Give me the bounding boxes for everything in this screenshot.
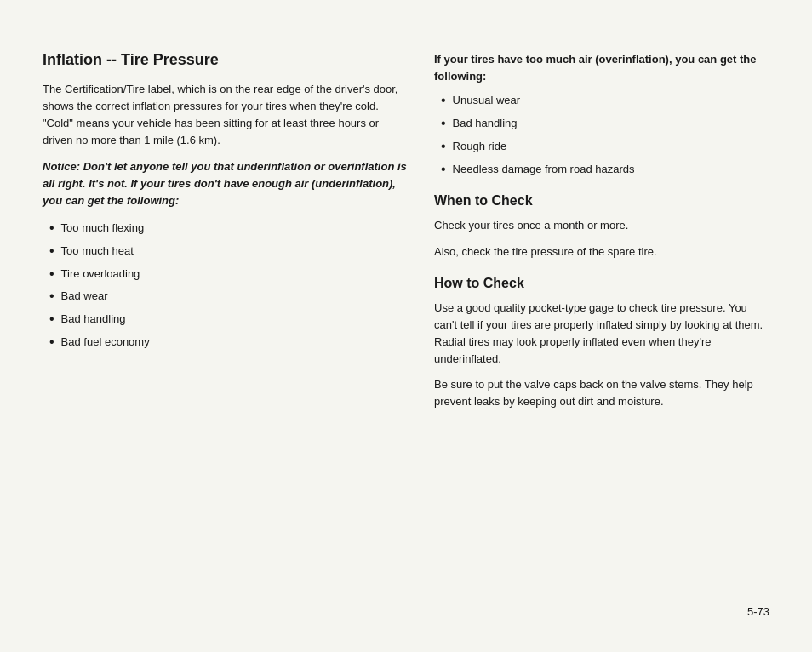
footer-divider [43,598,769,598]
left-column: Inflation -- Tire Pressure The Certifica… [43,51,409,598]
right-column: If your tires have too much air (overinf… [434,51,769,598]
list-item: Needless damage from road hazards [441,161,769,179]
how-to-check-text2: Be sure to put the valve caps back on th… [434,376,769,410]
main-title: Inflation -- Tire Pressure [43,51,409,69]
list-item: Bad handling [49,311,409,329]
footer-area: 5-73 [43,605,769,618]
overinflation-intro: If your tires have too much air (overinf… [434,51,769,85]
list-item: Bad fuel economy [49,334,409,352]
list-item: Too much flexing [49,220,409,237]
underinflation-list: Too much flexing Too much heat Tire over… [49,220,409,352]
notice-paragraph: Notice: Don't let anyone tell you that u… [43,158,409,209]
list-item: Bad handling [441,115,769,133]
content-area: Inflation -- Tire Pressure The Certifica… [43,51,769,598]
when-to-check-text2: Also, check the tire pressure of the spa… [434,243,769,260]
how-to-check-text1: Use a good quality pocket-type gage to c… [434,300,769,369]
how-to-check-title: How to Check [434,276,769,291]
when-to-check-title: When to Check [434,193,769,209]
list-item: Unusual wear [441,92,769,110]
list-item: Rough ride [441,138,769,156]
intro-paragraph: The Certification/Tire label, which is o… [43,81,409,150]
page-container: Inflation -- Tire Pressure The Certifica… [0,0,812,652]
when-to-check-text1: Check your tires once a month or more. [434,217,769,234]
list-item: Tire overloading [49,266,409,283]
page-number: 5-73 [747,605,769,618]
list-item: Too much heat [49,243,409,260]
list-item: Bad wear [49,288,409,306]
overinflation-list: Unusual wear Bad handling Rough ride Nee… [441,92,769,178]
footer: 5-73 [43,598,769,618]
